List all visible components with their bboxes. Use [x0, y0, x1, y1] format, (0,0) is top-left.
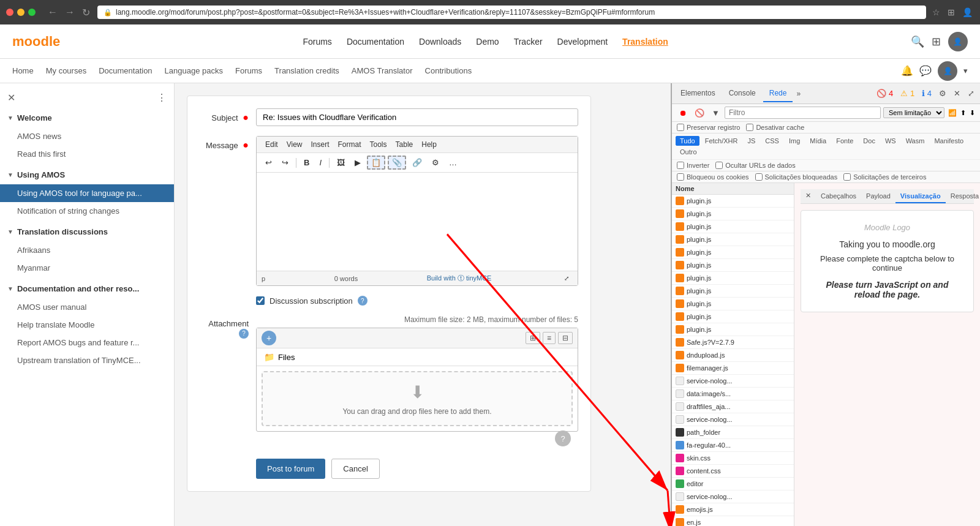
devtools-tab-network[interactable]: Rede: [763, 85, 793, 102]
network-item[interactable]: content.css: [672, 465, 794, 478]
devtools-record-btn[interactable]: ⏺: [677, 107, 690, 119]
grid-button[interactable]: ⊞: [932, 35, 941, 48]
fm-detail-view-btn[interactable]: ⊟: [558, 332, 573, 344]
devtools-info-badge[interactable]: ℹ 4: [919, 87, 935, 100]
devtools-type-font[interactable]: Fonte: [832, 136, 858, 146]
message-icon[interactable]: 💬: [919, 65, 932, 77]
help-button[interactable]: ?: [555, 430, 571, 446]
devtools-block-cookies-checkbox[interactable]: [677, 173, 684, 181]
network-item[interactable]: service-nolog...: [672, 375, 794, 388]
devtools-settings-btn[interactable]: ⚙: [936, 87, 949, 100]
extensions-btn[interactable]: ⊞: [946, 6, 956, 18]
tinymce-link-btn[interactable]: 🔗: [409, 156, 426, 169]
sidebar-item-report-bugs[interactable]: Report AMOS bugs and feature r...: [0, 334, 174, 351]
post-to-forum-button[interactable]: Post to forum: [256, 459, 325, 479]
sidebar-item-help-translate[interactable]: Help translate Moodle: [0, 316, 174, 334]
sidebar-item-upstream-tinymce[interactable]: Upstream translation of TinyMCE...: [0, 351, 174, 369]
sec-nav-documentation[interactable]: Documentation: [99, 66, 152, 75]
network-item[interactable]: service-nolog...: [672, 413, 794, 426]
devtools-type-css[interactable]: CSS: [761, 136, 783, 146]
tinymce-insert-menu[interactable]: Insert: [307, 139, 333, 150]
sec-nav-translation-credits[interactable]: Translation credits: [274, 66, 339, 75]
devtools-panel-tab-close[interactable]: ✕: [801, 189, 816, 203]
network-item[interactable]: plugin.js: [672, 208, 794, 220]
devtools-throttle-select[interactable]: Sem limitação: [883, 107, 944, 118]
cancel-button[interactable]: Cancel: [331, 459, 379, 479]
sec-nav-language-packs[interactable]: Language packs: [165, 66, 223, 75]
devtools-type-wasm[interactable]: Wasm: [902, 136, 929, 146]
devtools-panel-tab-payload[interactable]: Payload: [861, 189, 895, 203]
devtools-blocked-requests-checkbox[interactable]: [755, 173, 763, 181]
sidebar-item-notification[interactable]: Notification of string changes: [0, 202, 174, 220]
devtools-close-btn[interactable]: ✕: [951, 87, 963, 100]
network-item[interactable]: plugin.js: [672, 220, 794, 233]
network-item[interactable]: plugin.js: [672, 323, 794, 336]
devtools-panel-tab-visualizacao[interactable]: Visualização: [895, 189, 946, 203]
devtools-type-img[interactable]: Img: [785, 136, 804, 146]
sec-nav-contributions[interactable]: Contributions: [425, 66, 472, 75]
network-item[interactable]: plugin.js: [672, 195, 794, 208]
devtools-type-xhr[interactable]: Fetch/XHR: [701, 136, 742, 146]
devtools-more-button[interactable]: »: [794, 87, 803, 100]
tinymce-more-btn[interactable]: …: [445, 156, 461, 169]
minimize-window-btn[interactable]: [17, 9, 24, 16]
sidebar-using-amos-header[interactable]: ▼ Using AMOS: [0, 165, 174, 184]
devtools-third-party-checkbox[interactable]: [843, 173, 851, 181]
network-item[interactable]: skin.css: [672, 452, 794, 465]
network-item[interactable]: data:image/s...: [672, 388, 794, 400]
search-button[interactable]: 🔍: [911, 35, 924, 48]
sidebar-translation-header[interactable]: ▼ Translation discussions: [0, 222, 174, 241]
nav-documentation[interactable]: Documentation: [347, 37, 404, 47]
devtools-panel-tab-headers[interactable]: Cabeçalhos: [816, 189, 861, 203]
attachment-info-icon[interactable]: ?: [239, 329, 249, 339]
forward-button[interactable]: →: [62, 6, 77, 20]
devtools-type-js[interactable]: JS: [743, 136, 760, 146]
nav-downloads[interactable]: Downloads: [419, 37, 461, 47]
network-item[interactable]: service-nolog...: [672, 490, 794, 503]
devtools-type-other[interactable]: Outro: [676, 147, 701, 157]
devtools-type-doc[interactable]: Doc: [859, 136, 880, 146]
devtools-filter-toggle-btn[interactable]: ▼: [709, 107, 722, 119]
tinymce-bold-btn[interactable]: B: [300, 156, 313, 169]
network-item[interactable]: draftfiles_aja...: [672, 400, 794, 413]
tinymce-media-btn[interactable]: ▶: [351, 156, 364, 169]
devtools-invert-checkbox[interactable]: [677, 162, 684, 169]
devtools-tab-elements[interactable]: Elementos: [674, 85, 722, 102]
devtools-type-media[interactable]: Mídia: [805, 136, 831, 146]
nav-forums[interactable]: Forums: [303, 37, 331, 47]
fm-grid-view-btn[interactable]: ⊞: [526, 332, 540, 344]
network-item[interactable]: path_folder: [672, 426, 794, 439]
sidebar-item-amos-manual[interactable]: AMOS user manual: [0, 298, 174, 316]
devtools-clear-btn[interactable]: 🚫: [692, 107, 707, 119]
devtools-disable-cache-checkbox[interactable]: [746, 124, 753, 131]
network-item[interactable]: plugin.js: [672, 233, 794, 246]
devtools-preserve-checkbox[interactable]: [677, 124, 684, 131]
reload-button[interactable]: ↻: [80, 6, 92, 20]
sidebar-item-afrikaans[interactable]: Afrikaans: [0, 241, 174, 259]
tinymce-help-menu[interactable]: Help: [418, 139, 440, 150]
network-item[interactable]: plugin.js: [672, 246, 794, 259]
user-menu-avatar[interactable]: 👤: [938, 61, 957, 81]
network-item[interactable]: plugin.js: [672, 259, 794, 272]
tinymce-clipboard-btn[interactable]: 📎: [388, 156, 406, 170]
tinymce-build-link[interactable]: Build with ⓣ tinyMCE: [427, 274, 492, 282]
sec-nav-amos-translator[interactable]: AMOS Translator: [352, 66, 413, 75]
tinymce-image-btn[interactable]: 🖼: [333, 156, 349, 169]
network-item[interactable]: emojis.js: [672, 503, 794, 516]
devtools-type-manifest[interactable]: Manifesto: [930, 136, 968, 146]
network-item[interactable]: dndupload.js: [672, 349, 794, 362]
nav-tracker[interactable]: Tracker: [514, 37, 543, 47]
sec-nav-home[interactable]: Home: [12, 66, 34, 75]
sidebar-documentation-header[interactable]: ▼ Documentation and other reso...: [0, 279, 174, 298]
devtools-type-ws[interactable]: WS: [881, 136, 900, 146]
devtools-tab-console[interactable]: Console: [723, 85, 762, 102]
tinymce-code-btn[interactable]: ⚙: [428, 156, 443, 169]
back-button[interactable]: ←: [45, 6, 60, 20]
devtools-warning-badge[interactable]: ⚠ 1: [897, 87, 918, 100]
address-bar[interactable]: 🔒 lang.moodle.org/mod/forum/post.php?pos…: [97, 6, 926, 19]
sidebar-item-read-first[interactable]: Read this first: [0, 145, 174, 163]
network-item[interactable]: editor: [672, 478, 794, 490]
sidebar-item-myanmar[interactable]: Myanmar: [0, 259, 174, 277]
devtools-filter-input[interactable]: [725, 107, 881, 119]
network-item[interactable]: plugin.js: [672, 285, 794, 298]
